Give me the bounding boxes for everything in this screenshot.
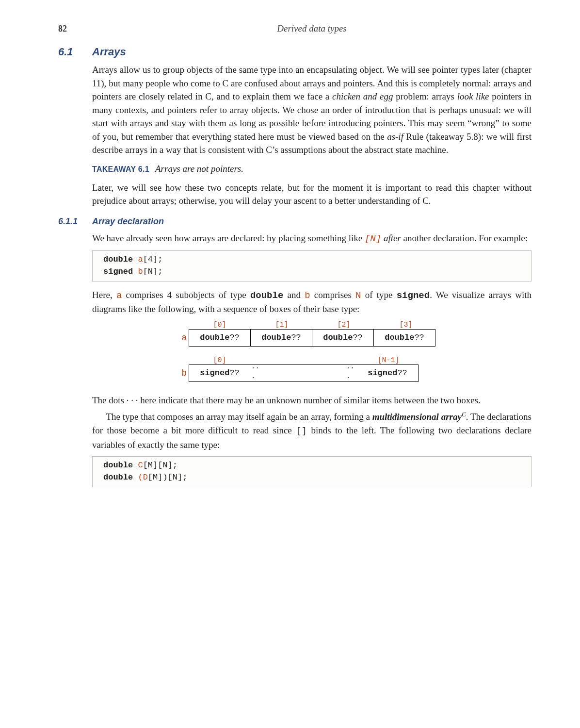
chapter-label: Derived data types [92, 23, 532, 34]
code-block-2: double C[M][N]; double (D[M])[N]; [92, 456, 532, 487]
array-a-index-row: [0] [1] [2] [3] [189, 321, 448, 329]
array-b-index-row: [0] [N-1] [189, 356, 448, 364]
takeaway-block: TAKEAWAY 6.1 Arrays are not pointers. [92, 164, 532, 174]
subsection-paragraph-1: We have already seen how arrays are decl… [92, 232, 532, 246]
array-b-row: b signed ?? · · · · · · signed ?? [176, 364, 448, 382]
array-cell: signed ?? [189, 364, 250, 382]
subsection-paragraph-3: The dots · · · here indicate that there … [92, 394, 532, 407]
array-cell: double ?? [312, 330, 374, 346]
array-a-row: a double ?? double ?? double ?? double ?… [176, 329, 448, 347]
takeaway-text: Arrays are not pointers. [155, 164, 243, 174]
array-cell: double ?? [189, 330, 251, 346]
page-header: 82 Derived data types [58, 23, 532, 34]
array-cell: double ?? [251, 330, 312, 346]
subsection-paragraph-4: The type that composes an array may itse… [92, 410, 532, 451]
array-ellipsis: · · · · · · [250, 364, 357, 382]
array-cell: double ?? [374, 330, 435, 346]
page-number: 82 [58, 24, 92, 34]
section-paragraph-1: Arrays allow us to group objects of the … [92, 63, 532, 157]
subsection-number: 6.1.1 [58, 216, 92, 227]
section-heading: 6.1 Arrays [58, 46, 532, 58]
array-a-cells: double ?? double ?? double ?? double ?? [189, 329, 435, 347]
subsection-title: Array declaration [92, 216, 164, 227]
section-title: Arrays [92, 46, 126, 58]
array-diagram: [0] [1] [2] [3] a double ?? double ?? do… [176, 321, 448, 382]
section-paragraph-2: Later, we will see how these two concept… [92, 181, 532, 208]
array-cell: signed ?? [357, 364, 419, 382]
subsection-heading: 6.1.1 Array declaration [58, 216, 532, 227]
code-block-1: double a[4]; signed b[N]; [92, 250, 532, 281]
subsection-paragraph-2: Here, a comprises 4 subobjects of type d… [92, 288, 532, 316]
takeaway-label: TAKEAWAY 6.1 [92, 165, 149, 173]
section-number: 6.1 [58, 46, 92, 58]
array-b-cells: signed ?? · · · · · · signed ?? [189, 364, 419, 382]
